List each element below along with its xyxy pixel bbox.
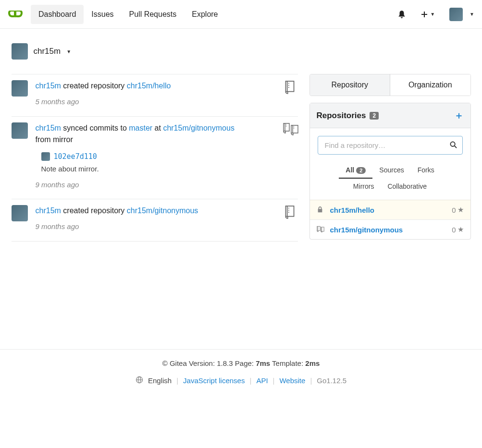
svg-point-11 xyxy=(450,142,455,146)
star-icon: ★ xyxy=(457,225,464,234)
repo-icon xyxy=(283,205,298,232)
tab-organization[interactable]: Organization xyxy=(390,74,470,96)
feed-branch-link[interactable]: master xyxy=(129,124,152,132)
repo-filter-tabs: All2 Sources Forks Mirrors Collaborative xyxy=(310,162,470,200)
footer-template-time: 2ms xyxy=(305,359,320,367)
activity-feed: chr15m created repository chr15m/hello 5… xyxy=(12,74,298,242)
mirror-icon xyxy=(283,122,298,191)
tab-repository[interactable]: Repository xyxy=(310,74,391,96)
context-username: chr15m xyxy=(34,47,61,56)
create-menu[interactable]: ▼ xyxy=(420,11,435,18)
sidebar-tabs: Repository Organization xyxy=(309,74,471,96)
avatar[interactable] xyxy=(12,80,28,97)
notifications-icon[interactable] xyxy=(397,10,406,19)
svg-point-4 xyxy=(285,124,286,125)
globe-icon xyxy=(136,376,143,385)
filter-count-badge: 2 xyxy=(356,167,366,174)
nav-explore[interactable]: Explore xyxy=(184,5,225,24)
footer-js-licenses-link[interactable]: JavaScript licenses xyxy=(183,376,245,385)
context-switcher[interactable]: chr15m ▼ xyxy=(12,40,471,62)
top-nav: Dashboard Issues Pull Requests Explore ▼… xyxy=(0,0,482,29)
svg-point-6 xyxy=(293,126,294,127)
footer-version: © Gitea Version: 1.8.3 Page: xyxy=(162,359,256,367)
feed-timestamp: 9 months ago xyxy=(36,180,275,191)
avatar[interactable] xyxy=(12,122,28,139)
repo-link[interactable]: chr15m/hello xyxy=(330,206,375,214)
footer-go-version: Go1.12.5 xyxy=(317,376,346,385)
filter-collaborative[interactable]: Collaborative xyxy=(381,179,433,194)
feed-repo-link[interactable]: chr15m/hello xyxy=(127,82,171,90)
repo-link[interactable]: chr15m/gitnonymous xyxy=(330,226,403,234)
svg-rect-13 xyxy=(317,226,320,230)
user-menu[interactable]: ▼ xyxy=(449,8,474,21)
feed-text: created repository xyxy=(61,82,127,90)
new-repo-button[interactable]: ＋ xyxy=(454,109,464,122)
feed-repo-link[interactable]: chr15m/gitnonymous xyxy=(163,124,235,132)
repo-row[interactable]: chr15m/gitnonymous 0 ★ xyxy=(310,219,470,239)
search-icon xyxy=(450,141,457,150)
feed-item: chr15m created repository chr15m/hello 5… xyxy=(12,74,298,117)
filter-mirrors[interactable]: Mirrors xyxy=(346,179,381,194)
repositories-panel: Repositories 2 ＋ All2 xyxy=(309,103,471,240)
star-icon: ★ xyxy=(457,206,464,214)
feed-text: synced commits to xyxy=(61,124,129,132)
feed-user-link[interactable]: chr15m xyxy=(36,206,61,215)
filter-sources[interactable]: Sources xyxy=(372,162,410,179)
svg-rect-14 xyxy=(321,227,323,231)
svg-point-7 xyxy=(293,128,294,129)
filter-forks[interactable]: Forks xyxy=(411,162,441,179)
repo-stars: 0 ★ xyxy=(452,206,463,214)
repo-icon xyxy=(283,80,298,108)
feed-text: created repository xyxy=(61,206,127,215)
panel-title: Repositories xyxy=(317,111,366,121)
svg-point-9 xyxy=(288,210,289,211)
avatar xyxy=(12,43,28,60)
feed-timestamp: 9 months ago xyxy=(36,221,275,232)
nav-issues[interactable]: Issues xyxy=(84,5,121,24)
repo-search-input[interactable] xyxy=(318,136,463,155)
chevron-down-icon: ▼ xyxy=(66,49,71,54)
language-selector[interactable]: English xyxy=(148,376,172,385)
nav-dashboard[interactable]: Dashboard xyxy=(31,5,84,24)
chevron-down-icon: ▼ xyxy=(430,12,435,17)
chevron-down-icon: ▼ xyxy=(470,12,474,17)
avatar[interactable] xyxy=(12,205,28,221)
footer-website-link[interactable]: Website xyxy=(279,376,305,385)
footer: © Gitea Version: 1.8.3 Page: 7ms Templat… xyxy=(0,349,482,395)
feed-text: from mirror xyxy=(36,134,275,145)
repo-count-badge: 2 xyxy=(370,112,379,120)
filter-all[interactable]: All2 xyxy=(339,162,372,179)
feed-text: at xyxy=(152,124,163,132)
feed-user-link[interactable]: chr15m xyxy=(36,82,61,90)
footer-page-time: 7ms xyxy=(256,359,270,367)
commit-message: Note about mirror. xyxy=(41,164,275,175)
svg-line-12 xyxy=(454,145,456,147)
feed-item: chr15m created repository chr15m/gitnony… xyxy=(12,199,298,242)
feed-timestamp: 5 months ago xyxy=(36,97,275,108)
avatar[interactable] xyxy=(41,152,50,161)
feed-user-link[interactable]: chr15m xyxy=(36,124,61,132)
svg-point-8 xyxy=(288,207,289,208)
svg-point-1 xyxy=(288,83,289,84)
commit-sha-link[interactable]: 102ee7d110 xyxy=(54,151,97,162)
lock-icon xyxy=(317,206,325,214)
feed-repo-link[interactable]: chr15m/gitnonymous xyxy=(127,206,198,215)
feed-item: chr15m synced commits to master at chr15… xyxy=(12,117,298,200)
footer-text: Template: xyxy=(270,359,305,367)
nav-pull-requests[interactable]: Pull Requests xyxy=(122,5,185,24)
footer-api-link[interactable]: API xyxy=(256,376,268,385)
svg-rect-0 xyxy=(14,11,16,17)
svg-point-3 xyxy=(288,87,289,88)
mirror-icon xyxy=(317,226,325,234)
gitea-logo[interactable] xyxy=(8,7,23,22)
repo-stars: 0 ★ xyxy=(452,225,463,234)
svg-point-5 xyxy=(285,126,286,127)
avatar xyxy=(449,8,463,21)
svg-point-10 xyxy=(288,212,289,213)
repo-row[interactable]: chr15m/hello 0 ★ xyxy=(310,200,470,219)
svg-point-2 xyxy=(288,85,289,86)
